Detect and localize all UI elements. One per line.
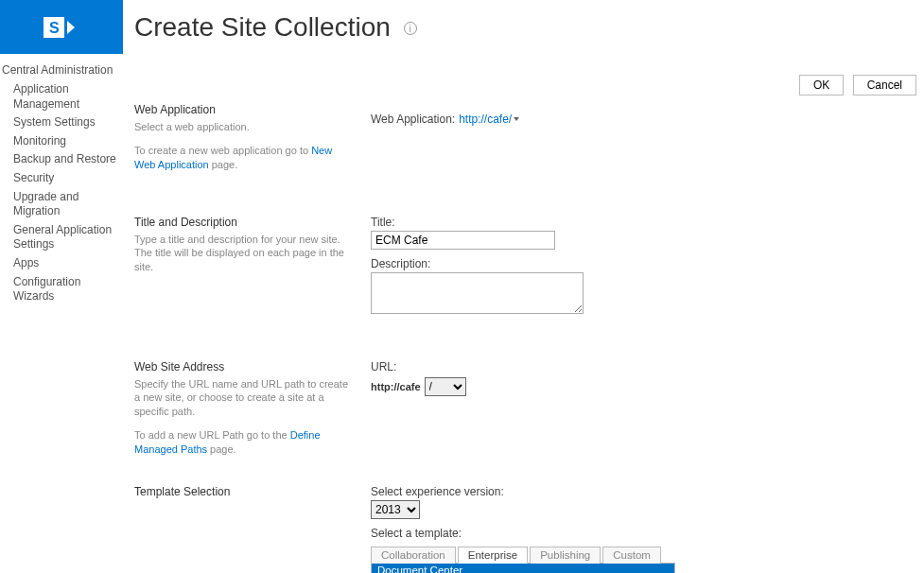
ok-button[interactable]: OK xyxy=(799,75,844,96)
tab-enterprise[interactable]: Enterprise xyxy=(458,547,528,564)
sidebar-item-upgrade-migration[interactable]: Upgrade and Migration xyxy=(13,190,123,219)
svg-text:S: S xyxy=(49,20,60,36)
template-item[interactable]: Document Center xyxy=(372,564,674,573)
template-heading: Template Selection xyxy=(134,485,352,498)
url-desc: Specify the URL name and URL path to cre… xyxy=(134,377,352,420)
title-input[interactable] xyxy=(371,231,555,250)
description-input[interactable] xyxy=(371,272,584,314)
sidebar-item-system-settings[interactable]: System Settings xyxy=(13,115,123,130)
url-path-select[interactable]: / xyxy=(425,377,466,396)
sidebar-item-application-management[interactable]: Application Management xyxy=(13,82,123,112)
sidebar-item-backup-restore[interactable]: Backup and Restore xyxy=(13,152,123,167)
sidebar-item-general-app-settings[interactable]: General Application Settings xyxy=(13,223,123,252)
select-template-label: Select a template: xyxy=(371,527,905,540)
sidebar: Central Administration Application Manag… xyxy=(0,54,125,573)
sidebar-title[interactable]: Central Administration xyxy=(2,63,123,77)
webapp-picker[interactable]: http://cafe/ xyxy=(459,113,512,126)
help-icon[interactable]: i xyxy=(404,22,417,35)
cancel-button[interactable]: Cancel xyxy=(853,75,916,96)
url-base: http://cafe xyxy=(371,381,421,392)
experience-version-select[interactable]: 2013 xyxy=(371,500,420,519)
template-tabs: Collaboration Enterprise Publishing Cust… xyxy=(371,546,675,564)
webapp-desc: Select a web application. xyxy=(134,120,352,134)
url-heading: Web Site Address xyxy=(134,360,352,373)
url-label: URL: xyxy=(371,360,905,373)
webapp-label: Web Application: xyxy=(371,113,455,126)
title-desc-heading: Title and Description xyxy=(134,216,352,229)
dropdown-caret-icon[interactable] xyxy=(514,117,519,121)
sidebar-item-security[interactable]: Security xyxy=(13,171,123,186)
webapp-heading: Web Application xyxy=(134,103,352,116)
page-title: Create Site Collection i xyxy=(134,12,417,43)
title-desc-desc: Type a title and description for your ne… xyxy=(134,233,352,275)
tab-custom[interactable]: Custom xyxy=(602,547,661,564)
title-label: Title: xyxy=(371,216,905,229)
sharepoint-logo: S xyxy=(0,0,123,54)
description-label: Description: xyxy=(371,257,905,270)
sidebar-item-config-wizards[interactable]: Configuration Wizards xyxy=(13,275,123,304)
sidebar-item-apps[interactable]: Apps xyxy=(13,256,123,271)
sidebar-item-monitoring[interactable]: Monitoring xyxy=(13,134,123,149)
version-label: Select experience version: xyxy=(371,485,905,498)
template-list: Document Center eDiscovery Center Record… xyxy=(371,564,675,573)
tab-collaboration[interactable]: Collaboration xyxy=(371,547,456,564)
tab-publishing[interactable]: Publishing xyxy=(530,547,601,564)
